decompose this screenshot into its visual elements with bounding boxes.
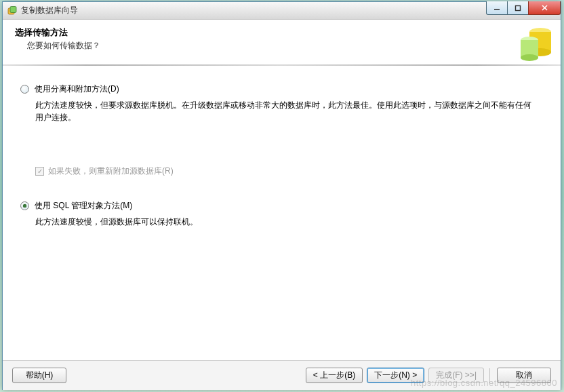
option-smo-method-desc: 此方法速度较慢，但源数据库可以保持联机。 — [35, 216, 538, 228]
back-button[interactable]: < 上一步(B) — [306, 368, 363, 383]
option-detach-attach-desc: 此方法速度较快，但要求源数据库脱机。在升级数据库或移动非常大的数据库时，此方法最… — [35, 99, 538, 123]
close-button[interactable] — [528, 1, 561, 15]
cancel-button[interactable]: 取消 — [497, 368, 551, 383]
titlebar[interactable]: 复制数据库向导 — [3, 2, 561, 20]
option-smo-method[interactable]: 使用 SQL 管理对象方法(M) — [20, 200, 543, 212]
radio-icon — [20, 85, 29, 94]
reattach-check-row: ✓ 如果失败，则重新附加源数据库(R) — [35, 165, 543, 177]
header-graphic-icon — [513, 20, 561, 64]
wizard-content: 使用分离和附加方法(D) 此方法速度较快，但要求源数据库脱机。在升级数据库或移动… — [3, 66, 561, 360]
svg-point-11 — [521, 54, 538, 61]
app-icon — [7, 5, 18, 16]
wizard-header: 选择传输方法 您要如何传输数据？ — [3, 20, 561, 64]
page-subtitle: 您要如何传输数据？ — [27, 40, 548, 52]
svg-rect-1 — [10, 6, 16, 12]
page-title: 选择传输方法 — [15, 26, 548, 39]
wizard-window: 复制数据库向导 选择传输方法 您要如何传输数据？ — [2, 1, 561, 390]
window-controls — [487, 1, 561, 15]
window-title: 复制数据库向导 — [21, 5, 78, 16]
minimize-button[interactable] — [486, 1, 508, 15]
option-detach-attach[interactable]: 使用分离和附加方法(D) — [20, 83, 543, 95]
button-divider — [489, 368, 490, 383]
svg-rect-3 — [516, 5, 521, 10]
radio-icon — [20, 201, 29, 210]
wizard-footer: 帮助(H) < 上一步(B) 下一步(N) > 完成(F) >>| 取消 — [3, 360, 561, 390]
reattach-check-label: 如果失败，则重新附加源数据库(R) — [48, 165, 174, 177]
option-detach-attach-label: 使用分离和附加方法(D) — [35, 83, 119, 95]
help-button[interactable]: 帮助(H) — [12, 368, 66, 383]
option-smo-method-label: 使用 SQL 管理对象方法(M) — [35, 200, 132, 212]
finish-button: 完成(F) >>| — [428, 368, 484, 383]
maximize-button[interactable] — [507, 1, 529, 15]
checkbox-icon: ✓ — [35, 167, 44, 176]
next-button[interactable]: 下一步(N) > — [367, 368, 424, 383]
